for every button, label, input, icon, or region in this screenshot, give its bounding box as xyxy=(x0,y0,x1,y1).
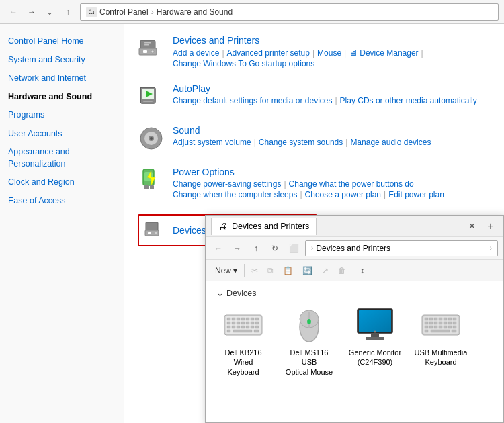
autoplay-title[interactable]: AutoPlay xyxy=(173,83,477,94)
sidebar-item-users[interactable]: User Accounts xyxy=(0,125,124,144)
breadcrumb-cp[interactable]: Control Panel xyxy=(99,7,149,17)
popup-monitor-button[interactable]: ⬜ xyxy=(286,241,301,256)
computer-sleeps-link[interactable]: Change when the computer sleeps xyxy=(173,190,297,199)
sidebar-item-clock[interactable]: Clock and Region xyxy=(0,173,124,192)
svg-rect-38 xyxy=(251,322,254,324)
sound-icon xyxy=(138,125,165,152)
change-sounds-link[interactable]: Change system sounds xyxy=(259,138,343,147)
manage-audio-link[interactable]: Manage audio devices xyxy=(350,138,431,147)
svg-rect-40 xyxy=(227,326,230,328)
svg-rect-49 xyxy=(254,330,259,332)
power-saving-link[interactable]: Change power-saving settings xyxy=(173,179,281,189)
svg-rect-31 xyxy=(251,318,254,320)
devices-printers-body: Devices and Printers Add a device | Adva… xyxy=(173,35,423,68)
devices-printers-links1: Add a device | Advanced printer setup | … xyxy=(173,48,423,58)
popup-breadcrumb: › Devices and Printers › xyxy=(305,240,498,256)
popup-refresh-button[interactable]: ↻ xyxy=(267,241,282,256)
svg-rect-34 xyxy=(232,322,235,324)
up-button[interactable]: ↑ xyxy=(60,4,76,20)
dropdown-button[interactable]: ⌄ xyxy=(42,4,58,20)
svg-rect-35 xyxy=(237,322,240,324)
windows-to-go-link[interactable]: Change Windows To Go startup options xyxy=(173,59,314,68)
popup-window: 🖨 Devices and Printers ✕ + ← → ↑ ↻ ⬜ › D… xyxy=(205,215,504,423)
device-manager-link[interactable]: Device Manager xyxy=(360,48,418,58)
default-media-link[interactable]: Change default settings for media or dev… xyxy=(173,96,332,105)
popup-back-button[interactable]: ← xyxy=(211,241,226,256)
new-button[interactable]: New ▾ xyxy=(211,264,241,277)
sidebar-item-network[interactable]: Network and Internet xyxy=(0,69,124,88)
popup-forward-button[interactable]: → xyxy=(230,241,245,256)
svg-rect-46 xyxy=(255,326,259,328)
device-manager-icon-small: 🖥 xyxy=(349,48,358,58)
svg-rect-33 xyxy=(227,322,230,324)
popup-tab[interactable]: 🖨 Devices and Printers xyxy=(211,218,317,235)
add-device-link[interactable]: Add a device xyxy=(173,48,219,58)
popup-up-button[interactable]: ↑ xyxy=(249,241,263,256)
back-button[interactable]: ← xyxy=(5,4,22,20)
copy-button[interactable]: ⧉ xyxy=(263,264,278,277)
sidebar-item-programs[interactable]: Programs xyxy=(0,106,124,125)
devices-printers-section: Devices and Printers Add a device | Adva… xyxy=(138,35,491,68)
devices-printers-icon xyxy=(138,35,165,62)
svg-rect-78 xyxy=(425,326,428,328)
popup-new-tab-button[interactable]: + xyxy=(483,219,498,234)
play-cds-link[interactable]: Play CDs or other media automatically xyxy=(340,96,477,105)
toolbar-sep1 xyxy=(244,264,245,277)
autoplay-icon xyxy=(138,83,165,110)
new-chevron: ▾ xyxy=(233,266,237,275)
svg-rect-39 xyxy=(255,322,259,324)
adjust-volume-link[interactable]: Adjust system volume xyxy=(173,138,251,147)
sidebar-item-system[interactable]: System and Security xyxy=(0,51,124,70)
svg-rect-70 xyxy=(453,318,456,320)
sort-button[interactable]: ↕ xyxy=(356,264,368,277)
svg-rect-36 xyxy=(241,322,245,324)
power-title[interactable]: Power Options xyxy=(173,167,444,177)
sidebar-item-ease[interactable]: Ease of Access xyxy=(0,192,124,211)
sound-body: Sound Adjust system volume | Change syst… xyxy=(173,125,431,148)
sidebar-item-appearance[interactable]: Appearance and Personalization xyxy=(0,143,124,173)
forward-button[interactable]: → xyxy=(24,4,40,20)
keyboard1-icon-box xyxy=(220,305,267,345)
breadcrumb: 🗂 Control Panel › Hardware and Sound xyxy=(80,3,499,21)
popup-tab-icon: 🖨 xyxy=(218,221,228,232)
nav-buttons: ← → ⌄ ↑ xyxy=(5,4,76,20)
rename-button[interactable]: 🔄 xyxy=(298,264,317,277)
svg-rect-66 xyxy=(434,318,437,320)
svg-rect-76 xyxy=(448,322,452,324)
svg-rect-59 xyxy=(371,333,379,337)
sidebar-item-home[interactable]: Control Panel Home xyxy=(0,32,124,51)
popup-nav-bar: ← → ↑ ↻ ⬜ › Devices and Printers › xyxy=(206,237,503,260)
power-icon xyxy=(138,167,165,193)
power-links2: Change when the computer sleeps | Choose… xyxy=(173,190,444,199)
share-button[interactable]: ↗ xyxy=(318,264,333,277)
svg-rect-47 xyxy=(227,330,230,332)
breadcrumb-icon: 🗂 xyxy=(86,7,97,17)
autoplay-links: Change default settings for media or dev… xyxy=(173,96,477,105)
power-plan-link[interactable]: Choose a power plan xyxy=(305,190,381,199)
svg-rect-19 xyxy=(150,185,154,189)
delete-button[interactable]: 🗑 xyxy=(334,264,350,277)
device-keyboard2[interactable]: USB MultimediaKeyboard xyxy=(414,305,468,377)
edit-power-plan-link[interactable]: Edit power plan xyxy=(388,190,444,199)
paste-button[interactable]: 📋 xyxy=(279,264,297,277)
mouse-link[interactable]: Mouse xyxy=(317,48,341,58)
cut-button[interactable]: ✂ xyxy=(247,264,262,277)
section-chevron: ⌄ xyxy=(216,288,224,298)
devices-printers-title[interactable]: Devices and Printers xyxy=(173,35,423,46)
svg-rect-28 xyxy=(237,318,240,320)
advanced-printer-link[interactable]: Advanced printer setup xyxy=(227,48,310,58)
svg-rect-45 xyxy=(251,326,254,328)
monitor-icon-box xyxy=(351,305,398,345)
device-keyboard1[interactable]: Dell KB216 WiredKeyboard xyxy=(216,305,270,377)
popup-close-button[interactable]: ✕ xyxy=(464,219,479,234)
popup-toolbar: New ▾ ✂ ⧉ 📋 🔄 ↗ 🗑 ↕ xyxy=(206,260,503,281)
svg-rect-84 xyxy=(453,326,456,328)
sound-title[interactable]: Sound xyxy=(173,125,431,136)
power-buttons-link[interactable]: Change what the power buttons do xyxy=(289,179,414,189)
device-mouse[interactable]: Dell MS116 USBOptical Mouse xyxy=(282,305,336,377)
svg-rect-81 xyxy=(439,326,442,328)
svg-point-61 xyxy=(374,331,376,333)
popup-content: ⌄ Devices xyxy=(206,281,503,422)
mouse-svg xyxy=(296,307,323,343)
device-monitor[interactable]: Generic Monitor(C24F390) xyxy=(348,305,402,377)
